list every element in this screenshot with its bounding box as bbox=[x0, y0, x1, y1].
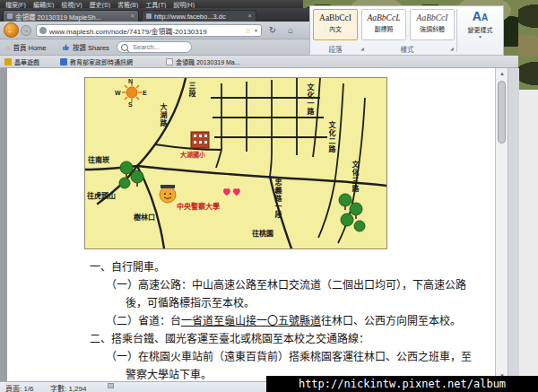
doc-line-7: 警察大學站下車。 bbox=[126, 366, 212, 381]
home-button[interactable]: ⌂ bbox=[283, 23, 298, 38]
tab-background[interactable]: http://www.facebo...3.dc × bbox=[142, 10, 256, 22]
bookmark-label: 首頁 Home bbox=[13, 42, 46, 52]
watermark-url: http://nickintw.pixnet.net/album bbox=[299, 378, 506, 390]
home-icon: ⌂ bbox=[5, 43, 10, 52]
change-styles-label: 變更樣式 bbox=[459, 25, 501, 34]
school-building bbox=[191, 132, 209, 148]
doc-line-4: （二）省道：台一省道至龜山接一〇五號縣道往林口、公西方向開至本校。 bbox=[106, 312, 461, 327]
style-sample: AaBbCcL bbox=[362, 13, 405, 22]
back-button[interactable]: ← bbox=[4, 22, 19, 38]
place-label-shulinkou: 樹林口 bbox=[134, 214, 155, 222]
browser-tab-bar: 金領職 20130319 MapleSh... × http://www.fac… bbox=[0, 8, 309, 22]
road-label-seg3: 三段 bbox=[187, 82, 195, 98]
bookmark-home[interactable]: ⌂ 首頁 Home bbox=[3, 41, 49, 53]
doc-line-6: （一）在桃園火車站前（遠東百貨前）搭乘桃園客運往林口、公西之班車，至 bbox=[106, 348, 472, 363]
change-styles-icon: AA bbox=[459, 9, 501, 25]
forward-button[interactable]: → bbox=[21, 25, 31, 36]
document-page: N W E S 大湖路 三段 文化一路 文化二路 文化三路 忠義路一段 往桃園 … bbox=[7, 68, 495, 381]
bookmark-like[interactable]: 按讚 Shares bbox=[59, 41, 112, 53]
forward-arrow-icon: → bbox=[23, 27, 30, 33]
style-swatch-body-text[interactable]: AaBbCcI 內文 bbox=[313, 9, 358, 40]
bookmark-label: 按讚 Shares bbox=[73, 42, 109, 52]
bookmarks-bar: ⌂ 首頁 Home 按讚 Shares bbox=[0, 39, 309, 56]
group-label-paragraph: 段落 bbox=[310, 44, 360, 54]
bookmark-label: 金領職 20130319 Ma... bbox=[176, 57, 240, 66]
vertical-scrollbar[interactable]: ▲ ▼ bbox=[495, 68, 508, 381]
bookmark-item-1[interactable]: 晶華遊戲 bbox=[2, 57, 42, 66]
bookmark-item-2[interactable]: 教育部家政即時通訊網 bbox=[57, 57, 135, 66]
compass-sun bbox=[122, 83, 142, 102]
close-icon[interactable]: × bbox=[130, 13, 134, 20]
bookmark-label: 晶華遊戲 bbox=[14, 57, 39, 66]
bookmark-label: 教育部家政即時通訊網 bbox=[70, 57, 133, 66]
reload-button[interactable]: ↻ bbox=[265, 23, 280, 38]
road-label-wenhua3: 文化三路 bbox=[351, 161, 358, 193]
doc-line-4-post: 往林口、公西方向開至本校。 bbox=[321, 315, 461, 327]
doc-line-4-pre: （二）省道：台 bbox=[106, 315, 181, 327]
tab-label: 金領職 20130319 MapleSh... bbox=[15, 12, 127, 22]
road-label-wenhua1: 文化一路 bbox=[306, 83, 313, 116]
scroll-up-icon[interactable]: ▲ bbox=[496, 68, 508, 79]
compass-n-label: N bbox=[128, 78, 133, 84]
dir-label-hutoushan: 往虎頭山 bbox=[87, 193, 116, 200]
dialog-launcher-icon[interactable]: ◢ bbox=[450, 46, 454, 51]
style-name: 內文 bbox=[314, 24, 357, 33]
word-ribbon: AaBbCcI 內文 AaBbCcL 副標題 AaBbCcI 強調斜體 AA 變… bbox=[309, 5, 504, 56]
style-swatch-subtitle[interactable]: AaBbCcL 副標題 bbox=[361, 9, 406, 40]
style-swatch-emphasis[interactable]: AaBbCcI 強調斜體 bbox=[410, 9, 455, 40]
search-input[interactable] bbox=[131, 42, 188, 52]
bookmarks-row-2: 晶華遊戲 教育部家政即時通訊網 金領職 20130319 Ma... bbox=[0, 56, 518, 68]
ribbon-separator bbox=[456, 9, 457, 52]
style-sample: AaBbCcI bbox=[314, 13, 357, 22]
doc-line-1: 一、自行開車。 bbox=[90, 258, 165, 274]
scrollbar-thumb[interactable] bbox=[498, 81, 506, 144]
status-word-count[interactable]: 字數: 1,294 bbox=[50, 383, 86, 392]
site-favicon bbox=[39, 27, 47, 34]
watermark-bar: http://nickintw.pixnet.net/album bbox=[266, 376, 538, 392]
tab-active[interactable]: 金領職 20130319 MapleSh... × bbox=[3, 10, 139, 22]
road-label-wenhua2: 文化二路 bbox=[327, 121, 334, 153]
style-sample: AaBbCcI bbox=[411, 13, 454, 22]
tab-favicon bbox=[146, 13, 152, 19]
doc-line-3: 後，可循路標指示至本校。 bbox=[126, 294, 255, 309]
heart-icons bbox=[223, 188, 240, 196]
url-dropdown-icon[interactable]: ▼ bbox=[254, 28, 258, 33]
search-icon bbox=[121, 44, 128, 51]
campus-map: N W E S 大湖路 三段 文化一路 文化二路 文化三路 忠義路一段 往桃園 … bbox=[84, 77, 387, 249]
compass-s-label: S bbox=[128, 101, 133, 108]
tab-favicon bbox=[7, 13, 13, 19]
doc-line-2: （一）高速公路：中山高速公路至林口交流道（二個出口均可），下高速公路 bbox=[106, 276, 466, 292]
road-label-dahu: 大湖路 bbox=[159, 103, 166, 127]
back-arrow-icon: ← bbox=[7, 25, 16, 35]
screen: 檔案(F) 編輯(E) 檢視(V) 歷史(S) 書籤(B) 工具(T) 說明(H… bbox=[0, 0, 538, 392]
browser-menu-bar: 檔案(F) 編輯(E) 檢視(V) 歷史(S) 書籤(B) 工具(T) 說明(H… bbox=[0, 0, 303, 8]
style-name: 副標題 bbox=[362, 24, 405, 33]
page-icon bbox=[166, 58, 173, 65]
address-bar[interactable]: www.maplesh.com/node/74179/金領職-20130319 … bbox=[36, 24, 262, 37]
change-styles-button[interactable]: AA 變更樣式 ▼ bbox=[459, 9, 501, 52]
bookmark-item-3[interactable]: 金領職 20130319 Ma... bbox=[163, 57, 243, 66]
place-label-police-university: 中央警察大學 bbox=[177, 204, 220, 211]
compass-e-label: E bbox=[143, 90, 147, 96]
dir-label-taoyuan: 往桃園 bbox=[252, 231, 273, 238]
trees bbox=[119, 161, 365, 231]
dialog-launcher-icon[interactable]: ◢ bbox=[360, 46, 364, 51]
window-right-edge bbox=[508, 68, 519, 381]
chevron-down-icon: ▼ bbox=[459, 34, 501, 39]
bookmark-icon bbox=[60, 58, 67, 65]
thumbs-up-icon bbox=[62, 43, 70, 51]
status-page-count: 頁面: 1/6 bbox=[5, 383, 34, 392]
home-icon: ⌂ bbox=[288, 25, 293, 35]
desktop-camo-right bbox=[518, 0, 538, 90]
dir-label-nankan: 往南崁 bbox=[88, 157, 109, 164]
doc-line-5: 二、搭乘台鐵、國光客運至臺北或桃園至本校之交通路線： bbox=[90, 330, 369, 345]
right-filler bbox=[518, 90, 538, 392]
reload-icon: ↻ bbox=[269, 25, 276, 35]
url-text[interactable]: www.maplesh.com/node/74179/金領職-20130319 bbox=[49, 26, 242, 36]
bookmark-star-icon[interactable]: ☆ bbox=[245, 27, 251, 35]
road-label-zhongyi: 忠義路一段 bbox=[273, 179, 281, 219]
search-box[interactable] bbox=[117, 41, 192, 53]
tab-label: http://www.facebo...3.dc bbox=[154, 13, 245, 21]
bookmark-icon bbox=[4, 58, 12, 65]
close-icon[interactable]: × bbox=[247, 13, 252, 20]
